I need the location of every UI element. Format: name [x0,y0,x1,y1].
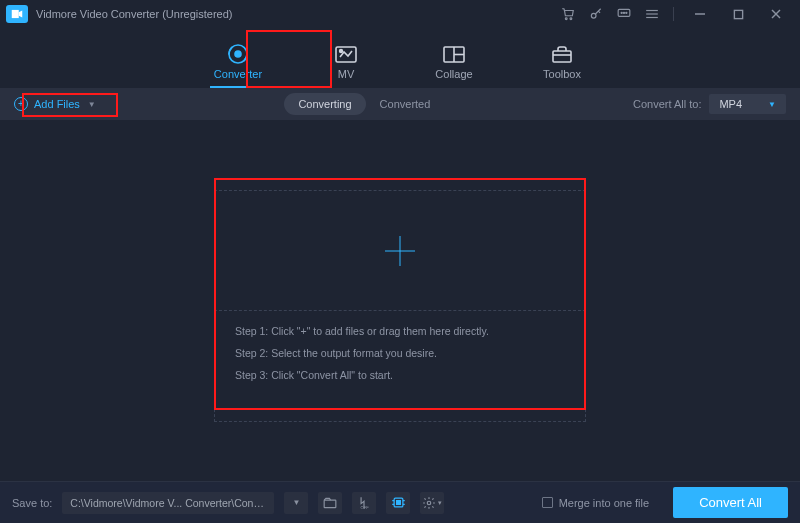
hw-accel-button[interactable]: OFF [352,492,376,514]
tab-converter[interactable]: Converter [204,36,272,88]
footer: Save to: C:\Vidmore\Vidmore V... Convert… [0,481,800,523]
svg-marker-0 [12,10,19,18]
main-tabs: Converter MV Collage Toolbox [0,28,800,88]
convert-all-button[interactable]: Convert All [673,487,788,518]
path-dropdown-button[interactable]: ▼ [284,492,308,514]
gpu-button[interactable] [386,492,410,514]
toolbar: + Add Files ▼ Converting Converted Conve… [0,88,800,120]
add-files-button[interactable]: + Add Files ▼ [14,97,96,111]
converting-tab[interactable]: Converting [284,93,365,115]
app-window: Vidmore Video Converter (Unregistered) C… [0,0,800,523]
menu-icon[interactable] [645,7,659,21]
save-path[interactable]: C:\Vidmore\Vidmore V... Converter\Conver… [62,492,274,514]
toolbox-icon [550,44,574,64]
tab-label: Toolbox [543,68,581,80]
svg-rect-13 [734,10,742,18]
convert-all-to: Convert All to: MP4 ▼ [633,94,786,114]
svg-point-7 [623,12,624,13]
merge-label: Merge into one file [559,497,650,509]
main-area: Step 1: Click "+" to add files or drag t… [0,120,800,481]
merge-checkbox[interactable]: Merge into one file [542,497,650,509]
key-icon[interactable] [589,7,603,21]
svg-point-3 [570,18,572,20]
svg-point-17 [235,51,241,57]
chevron-down-icon: ▾ [438,499,442,507]
plus-icon[interactable] [383,234,417,268]
dropzone[interactable]: Step 1: Click "+" to add files or drag t… [214,190,586,422]
step-3: Step 3: Click "Convert All" to start. [235,369,565,381]
cart-icon[interactable] [561,7,575,21]
dropzone-steps: Step 1: Click "+" to add files or drag t… [214,311,586,422]
svg-point-2 [565,18,567,20]
title-right [561,4,794,24]
step-1: Step 1: Click "+" to add files or drag t… [235,325,565,337]
dropzone-top[interactable] [214,190,586,310]
tab-label: MV [338,68,355,80]
svg-rect-23 [553,51,571,62]
converter-icon [226,44,250,64]
mv-icon [334,44,358,64]
tab-label: Collage [435,68,472,80]
svg-rect-30 [396,501,400,505]
minimize-button[interactable] [688,4,712,24]
tab-mv[interactable]: MV [312,36,380,88]
feedback-icon[interactable] [617,7,631,21]
tab-collage[interactable]: Collage [420,36,488,88]
converted-tab[interactable]: Converted [366,93,445,115]
svg-point-19 [340,50,343,53]
checkbox-icon [542,497,553,508]
svg-point-8 [626,12,627,13]
save-to-label: Save to: [12,497,52,509]
svg-text:OFF: OFF [361,505,370,510]
svg-point-35 [428,501,432,505]
open-folder-button[interactable] [318,492,342,514]
format-select[interactable]: MP4 ▼ [709,94,786,114]
app-logo [6,5,28,23]
format-value: MP4 [719,98,742,110]
svg-marker-1 [19,11,23,18]
collage-icon [442,44,466,64]
settings-button[interactable]: ▾ [420,492,444,514]
plus-circle-icon: + [14,97,28,111]
svg-point-4 [591,13,596,18]
tab-toolbox[interactable]: Toolbox [528,36,596,88]
separator [673,7,674,21]
app-title: Vidmore Video Converter (Unregistered) [36,8,232,20]
chevron-down-icon: ▼ [768,100,776,109]
tab-label: Converter [214,68,262,80]
close-button[interactable] [764,4,788,24]
convert-all-to-label: Convert All to: [633,98,701,110]
maximize-button[interactable] [726,4,750,24]
chevron-down-icon: ▼ [292,498,300,507]
title-bar: Vidmore Video Converter (Unregistered) [0,0,800,28]
svg-point-6 [621,12,622,13]
add-files-label: Add Files [34,98,80,110]
svg-rect-27 [325,500,337,508]
chevron-down-icon: ▼ [88,100,96,109]
step-2: Step 2: Select the output format you des… [235,347,565,359]
status-toggle: Converting Converted [284,93,444,115]
